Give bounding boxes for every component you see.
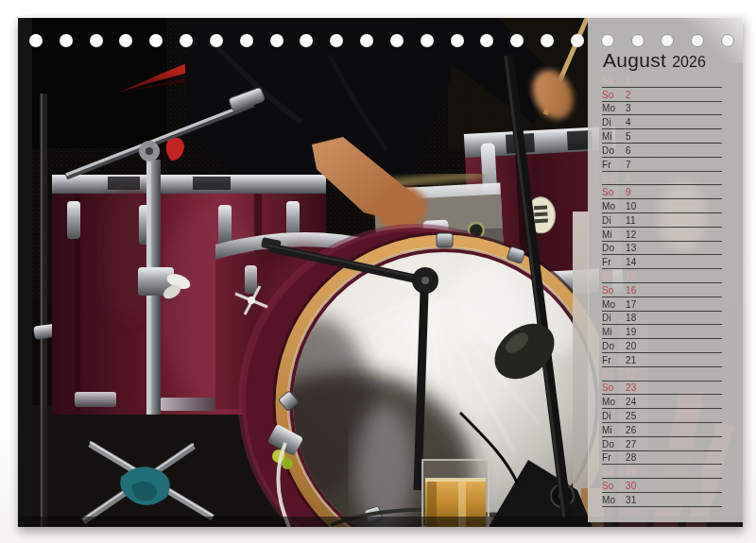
weekday-label: Fr	[602, 257, 626, 267]
day-number: 16	[626, 285, 637, 296]
calendar-day-row: Di25	[602, 409, 722, 423]
weekday-label: Sa	[602, 467, 626, 477]
day-number: 4	[626, 117, 631, 127]
day-number: 10	[626, 201, 637, 212]
calendar-day-row: Fr7	[602, 158, 722, 172]
day-number: 9	[626, 187, 631, 197]
binding-hole	[451, 34, 464, 47]
weekday-label: So	[602, 285, 626, 296]
day-number: 14	[626, 257, 637, 267]
weekday-label: Sa	[602, 76, 626, 86]
calendar-day-row: So30	[602, 479, 722, 493]
calendar-day-row: Sa29	[602, 465, 722, 479]
calendar-day-row: Mi19	[602, 325, 722, 339]
day-number: 20	[626, 341, 637, 351]
calendar-day-row: So16	[602, 283, 722, 297]
calendar-day-row: Mo10	[602, 199, 722, 213]
day-number: 26	[626, 425, 637, 435]
day-number: 15	[626, 271, 637, 281]
page-title: August2026	[603, 49, 706, 72]
day-list: Sa1So2Mo3Di4Mi5Do6Fr7Sa8So9Mo10Di11Mi12D…	[602, 74, 722, 507]
calendar-day-row: So2	[602, 88, 722, 102]
calendar-day-row: Fr28	[602, 451, 722, 466]
day-number: 24	[626, 397, 637, 407]
weekday-label: Sa	[602, 173, 626, 183]
weekday-label: Di	[602, 117, 626, 127]
weekday-label: Mo	[602, 103, 626, 113]
day-number: 17	[626, 299, 637, 310]
weekday-label: So	[602, 382, 626, 393]
day-number: 22	[626, 369, 637, 380]
day-number: 6	[626, 145, 631, 156]
day-number: 31	[626, 495, 637, 505]
calendar-page: August2026 Sa1So2Mo3Di4Mi5Do6Fr7Sa8So9Mo…	[18, 18, 743, 527]
binding-hole	[421, 34, 434, 47]
day-number: 29	[626, 467, 637, 477]
day-number: 3	[626, 103, 631, 113]
weekday-label: Do	[602, 243, 626, 253]
day-number: 1	[626, 76, 631, 86]
calendar-day-row: Do13	[602, 242, 722, 256]
weekday-label: Mo	[602, 299, 626, 310]
weekday-label: Mo	[602, 397, 626, 407]
calendar-day-row: Fr14	[602, 255, 722, 269]
day-number: 18	[626, 313, 637, 323]
calendar-product-shot: August2026 Sa1So2Mo3Di4Mi5Do6Fr7Sa8So9Mo…	[0, 0, 756, 543]
day-number: 19	[626, 327, 637, 337]
calendar-day-row: Sa8	[602, 172, 722, 186]
day-number: 13	[626, 243, 637, 253]
binding-hole	[60, 34, 73, 47]
calendar-day-row: Do6	[602, 144, 722, 158]
day-number: 2	[626, 90, 631, 100]
binding-hole	[390, 34, 404, 47]
weekday-label: So	[602, 187, 626, 197]
day-number: 7	[626, 160, 631, 170]
calendar-day-row: Mo24	[602, 395, 722, 409]
calendar-day-row: Mi26	[602, 423, 722, 437]
calendar-day-row: Mo31	[602, 493, 722, 507]
weekday-label: Do	[602, 145, 626, 156]
weekday-label: Mo	[602, 495, 626, 505]
calendar-day-row: Di11	[602, 213, 722, 228]
weekday-label: Mi	[602, 229, 626, 240]
binding-hole	[721, 34, 734, 47]
binding-hole	[90, 34, 103, 47]
day-number: 12	[626, 229, 637, 240]
calendar-day-row: Di18	[602, 312, 722, 326]
day-number: 5	[626, 131, 631, 142]
weekday-label: Fr	[602, 452, 626, 463]
binding-hole	[541, 34, 554, 47]
weekday-label: Fr	[602, 355, 626, 365]
binding-hole	[210, 34, 223, 47]
calendar-day-row: So9	[602, 185, 722, 199]
weekday-label: Di	[602, 215, 626, 226]
weekday-label: Mo	[602, 201, 626, 212]
weekday-label: Do	[602, 439, 626, 450]
year-label: 2026	[672, 54, 706, 70]
calendar-day-row: Sa15	[602, 269, 722, 283]
calendar-day-row: Do20	[602, 339, 722, 353]
weekday-label: Mi	[602, 425, 626, 435]
day-number: 23	[626, 382, 637, 393]
day-number: 25	[626, 411, 637, 421]
weekday-label: So	[602, 90, 626, 100]
calendar-day-row: So23	[602, 382, 722, 396]
weekday-label: Sa	[602, 369, 626, 380]
calendar-day-row: Fr21	[602, 353, 722, 367]
calendar-day-row: Sa22	[602, 367, 722, 382]
day-number: 28	[626, 452, 637, 463]
weekday-label: Mi	[602, 131, 626, 142]
weekday-label: Di	[602, 313, 626, 323]
calendar-day-row: Mi5	[602, 129, 722, 144]
day-number: 11	[626, 215, 636, 226]
binding-hole	[270, 34, 284, 47]
binding-hole	[601, 34, 614, 47]
weekday-label: Fr	[602, 160, 626, 170]
calendar-panel: August2026 Sa1So2Mo3Di4Mi5Do6Fr7Sa8So9Mo…	[588, 18, 743, 522]
calendar-day-row: Mo3	[602, 102, 722, 116]
calendar-day-row: Mi12	[602, 228, 722, 242]
binding-hole	[240, 34, 253, 47]
binding-hole	[29, 34, 43, 47]
month-label: August	[603, 49, 666, 71]
calendar-day-row: Mo17	[602, 297, 722, 312]
